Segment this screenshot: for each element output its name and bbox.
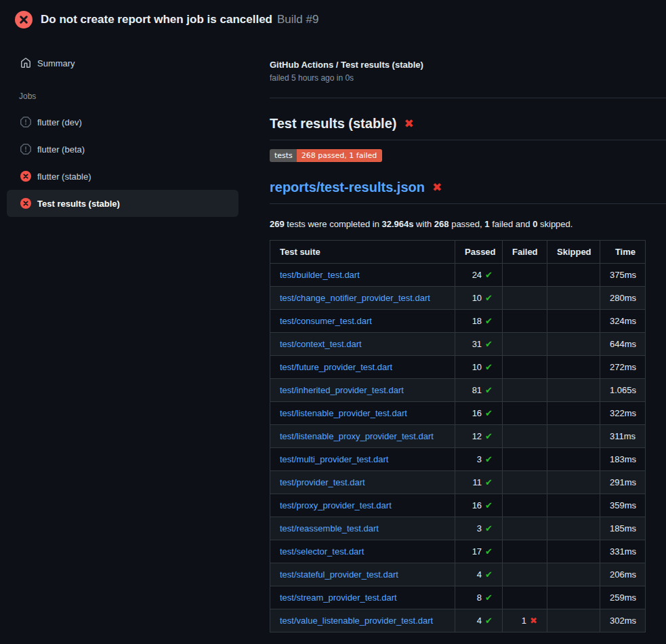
sidebar-item-test-results-stable[interactable]: Test results (stable)	[7, 190, 238, 217]
failed-cell	[503, 586, 547, 609]
failed-cell	[503, 517, 547, 540]
run-build-number: Build #9	[277, 13, 318, 26]
test-suite-link[interactable]: test/multi_provider_test.dart	[280, 454, 388, 464]
time-cell: 185ms	[600, 517, 646, 540]
check-mark-icon: ✔	[485, 270, 493, 280]
test-suite-link[interactable]: test/value_listenable_provider_test.dart	[280, 616, 433, 626]
passed-cell: 16✔	[455, 402, 503, 425]
skipped-cell	[547, 609, 600, 632]
time-cell: 206ms	[600, 563, 646, 586]
test-suite-link[interactable]: test/provider_test.dart	[280, 477, 365, 487]
test-suite-link[interactable]: test/selector_test.dart	[280, 546, 364, 557]
skipped-cell	[547, 517, 600, 540]
suite-cell: test/inherited_provider_test.dart	[270, 379, 455, 402]
test-suite-link[interactable]: test/stream_provider_test.dart	[280, 592, 397, 603]
test-suite-link[interactable]: test/listenable_provider_test.dart	[280, 408, 407, 418]
column-header-test-suite: Test suite	[270, 241, 455, 264]
table-row: test/proxy_provider_test.dart16✔359ms	[270, 494, 646, 517]
table-body: test/builder_test.dart24✔375mstest/chang…	[270, 264, 646, 632]
sidebar: Summary Jobs flutter (dev)flutter (beta)…	[0, 39, 257, 217]
time-cell: 259ms	[600, 586, 646, 609]
table-row: test/listenable_provider_test.dart16✔322…	[270, 402, 646, 425]
check-mark-icon: ✔	[485, 523, 493, 534]
suite-cell: test/listenable_proxy_provider_test.dart	[270, 425, 455, 448]
passed-cell: 18✔	[455, 310, 503, 333]
skipped-cell	[547, 540, 600, 563]
skipped-cell	[547, 379, 600, 402]
x-circle-icon	[20, 171, 31, 182]
suite-cell: test/provider_test.dart	[270, 471, 455, 494]
check-mark-icon: ✔	[485, 431, 493, 441]
time-cell: 359ms	[600, 494, 646, 517]
jobs-list: flutter (dev)flutter (beta)flutter (stab…	[0, 108, 257, 217]
time-cell: 644ms	[600, 333, 646, 356]
badge-label: tests	[270, 149, 297, 162]
sidebar-item-flutter-stable[interactable]: flutter (stable)	[7, 163, 238, 190]
sidebar-item-flutter-dev[interactable]: flutter (dev)	[7, 108, 238, 136]
table-row: test/inherited_provider_test.dart81✔1.06…	[270, 379, 646, 402]
test-suite-link[interactable]: test/context_test.dart	[280, 339, 362, 349]
column-header-failed: Failed	[503, 241, 547, 264]
test-suite-link[interactable]: test/change_notifier_provider_test.dart	[280, 293, 430, 303]
suite-cell: test/future_provider_test.dart	[270, 356, 455, 379]
table-row: test/provider_test.dart11✔291ms	[270, 471, 646, 494]
table-row: test/stream_provider_test.dart8✔259ms	[270, 586, 646, 609]
table-row: test/context_test.dart31✔644ms	[270, 333, 646, 356]
failed-cell	[503, 379, 547, 402]
failed-cell	[503, 448, 547, 471]
skipped-cell	[547, 356, 600, 379]
sidebar-item-flutter-beta[interactable]: flutter (beta)	[7, 136, 238, 163]
sidebar-item-label: Test results (stable)	[37, 199, 120, 209]
time-cell: 322ms	[600, 402, 646, 425]
test-suite-link[interactable]: test/inherited_provider_test.dart	[280, 385, 404, 395]
failed-cell: 1✖	[503, 609, 547, 632]
passed-cell: 4✔	[455, 563, 503, 586]
passed-cell: 81✔	[455, 379, 503, 402]
passed-cell: 3✔	[455, 448, 503, 471]
failed-cell	[503, 356, 547, 379]
report-file-link[interactable]: reports/test-results.json	[270, 180, 425, 195]
test-suite-link[interactable]: test/proxy_provider_test.dart	[280, 500, 392, 510]
failed-cell	[503, 494, 547, 517]
skipped-cell	[547, 402, 600, 425]
table-row: test/stateful_provider_test.dart4✔206ms	[270, 563, 646, 586]
skipped-cell	[547, 287, 600, 310]
summary-sentence: 269 tests were completed in 32.964s with…	[270, 219, 666, 229]
time-cell: 324ms	[600, 310, 646, 333]
column-header-time: Time	[600, 241, 646, 264]
test-suite-link[interactable]: test/future_provider_test.dart	[280, 362, 392, 372]
suite-cell: test/value_listenable_provider_test.dart	[270, 609, 455, 632]
test-suite-link[interactable]: test/consumer_test.dart	[280, 316, 372, 326]
table-row: test/builder_test.dart24✔375ms	[270, 264, 646, 287]
home-icon	[20, 58, 31, 68]
check-mark-icon: ✔	[485, 385, 493, 395]
suite-cell: test/listenable_provider_test.dart	[270, 402, 455, 425]
sidebar-summary-label: Summary	[37, 58, 75, 68]
failed-cell	[503, 402, 547, 425]
test-suite-link[interactable]: test/listenable_proxy_provider_test.dart	[280, 431, 434, 441]
test-suite-link[interactable]: test/stateful_provider_test.dart	[280, 569, 398, 580]
skipped-cell	[547, 310, 600, 333]
test-suite-link[interactable]: test/reassemble_test.dart	[280, 523, 379, 534]
run-header: Do not create report when job is cancell…	[0, 0, 666, 39]
time-cell: 280ms	[600, 287, 646, 310]
x-circle-icon	[20, 198, 31, 209]
table-row: test/consumer_test.dart18✔324ms	[270, 310, 646, 333]
suite-cell: test/builder_test.dart	[270, 264, 455, 287]
check-mark-icon: ✔	[485, 293, 493, 303]
content: GitHub Actions / Test results (stable) f…	[257, 39, 666, 632]
time-cell: 272ms	[600, 356, 646, 379]
passed-cell: 31✔	[455, 333, 503, 356]
time-cell: 183ms	[600, 448, 646, 471]
check-mark-icon: ✔	[485, 569, 493, 580]
badge-value: 268 passed, 1 failed	[297, 149, 382, 162]
test-suite-link[interactable]: test/builder_test.dart	[280, 270, 360, 280]
check-mark-icon: ✔	[485, 592, 493, 603]
sidebar-item-summary[interactable]: Summary	[0, 49, 257, 77]
section-heading: Test results (stable) ✖	[270, 116, 666, 140]
suite-cell: test/multi_provider_test.dart	[270, 448, 455, 471]
sidebar-item-label: flutter (dev)	[37, 117, 82, 127]
time-cell: 291ms	[600, 471, 646, 494]
passed-cell: 10✔	[455, 287, 503, 310]
run-title: Do not create report when job is cancell…	[41, 13, 272, 26]
